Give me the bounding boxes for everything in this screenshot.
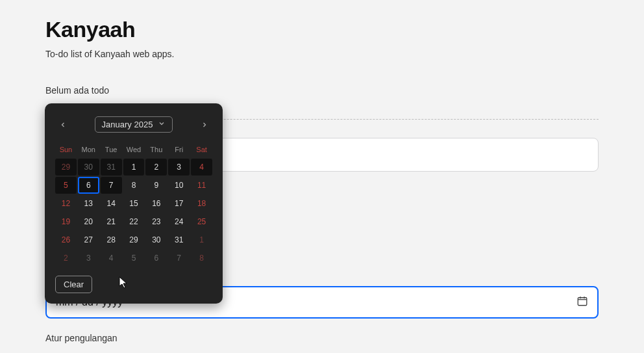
- calendar-day[interactable]: 2: [55, 250, 77, 267]
- calendar-day[interactable]: 1: [191, 231, 212, 248]
- calendar-day[interactable]: 8: [123, 177, 145, 194]
- month-year-select[interactable]: January 2025: [95, 116, 173, 133]
- calendar-icon[interactable]: [576, 295, 588, 309]
- day-of-week-header: Fri: [168, 143, 190, 157]
- calendar-day[interactable]: 19: [55, 213, 77, 230]
- calendar-day[interactable]: 10: [168, 177, 190, 194]
- chevron-down-icon: [158, 120, 166, 129]
- svg-rect-0: [578, 298, 587, 306]
- day-of-week-header: Tue: [101, 143, 122, 157]
- calendar-day[interactable]: 2: [145, 159, 167, 176]
- calendar-day[interactable]: 14: [101, 195, 122, 212]
- calendar-day[interactable]: 5: [55, 177, 77, 194]
- calendar-day[interactable]: 16: [145, 195, 167, 212]
- page-title: Kanyaah: [45, 17, 599, 42]
- calendar-day[interactable]: 24: [168, 213, 190, 230]
- repeat-label: Atur pengulangan: [45, 333, 599, 343]
- calendar-day[interactable]: 29: [123, 231, 145, 248]
- calendar-day[interactable]: 13: [78, 195, 99, 212]
- day-of-week-header: Wed: [123, 143, 145, 157]
- page-subtitle: To-do list of Kanyaah web apps.: [45, 49, 599, 59]
- calendar-day[interactable]: 29: [55, 159, 77, 176]
- next-month-button[interactable]: [197, 117, 212, 133]
- calendar-day[interactable]: 8: [191, 250, 212, 267]
- day-of-week-header: Sun: [55, 143, 77, 157]
- calendar-day[interactable]: 27: [78, 231, 99, 248]
- calendar-day[interactable]: 22: [123, 213, 145, 230]
- calendar-day[interactable]: 6: [145, 250, 167, 267]
- calendar-day[interactable]: 1: [123, 159, 145, 176]
- calendar-day[interactable]: 9: [145, 177, 167, 194]
- calendar-day[interactable]: 12: [55, 195, 77, 212]
- calendar-day[interactable]: 15: [123, 195, 145, 212]
- calendar-day[interactable]: 31: [101, 159, 122, 176]
- calendar-day[interactable]: 28: [101, 231, 122, 248]
- calendar-day[interactable]: 30: [145, 231, 167, 248]
- calendar-day[interactable]: 30: [78, 159, 99, 176]
- calendar-grid: SunMonTueWedThuFriSat2930311234567891011…: [55, 143, 212, 267]
- calendar-day[interactable]: 6: [78, 177, 99, 194]
- calendar-day[interactable]: 4: [191, 159, 212, 176]
- calendar-day[interactable]: 31: [168, 231, 190, 248]
- calendar-day[interactable]: 11: [191, 177, 212, 194]
- calendar-day[interactable]: 3: [78, 250, 99, 267]
- calendar-day[interactable]: 7: [168, 250, 190, 267]
- calendar-day[interactable]: 25: [191, 213, 212, 230]
- calendar-day[interactable]: 26: [55, 231, 77, 248]
- calendar-day[interactable]: 7: [101, 177, 122, 194]
- calendar-day[interactable]: 17: [168, 195, 190, 212]
- day-of-week-header: Thu: [145, 143, 167, 157]
- day-of-week-header: Mon: [78, 143, 99, 157]
- month-year-label: January 2025: [102, 120, 153, 129]
- empty-state-label: Belum ada todo: [45, 85, 599, 96]
- datepicker-popover: January 2025 SunMonTueWedThuFriSat293031…: [45, 103, 223, 304]
- day-of-week-header: Sat: [191, 143, 212, 157]
- clear-button[interactable]: Clear: [55, 276, 92, 293]
- calendar-day[interactable]: 5: [123, 250, 145, 267]
- calendar-day[interactable]: 4: [101, 250, 122, 267]
- calendar-day[interactable]: 21: [101, 213, 122, 230]
- calendar-day[interactable]: 18: [191, 195, 212, 212]
- calendar-day[interactable]: 23: [145, 213, 167, 230]
- calendar-day[interactable]: 20: [78, 213, 99, 230]
- calendar-day[interactable]: 3: [168, 159, 190, 176]
- prev-month-button[interactable]: [55, 117, 71, 133]
